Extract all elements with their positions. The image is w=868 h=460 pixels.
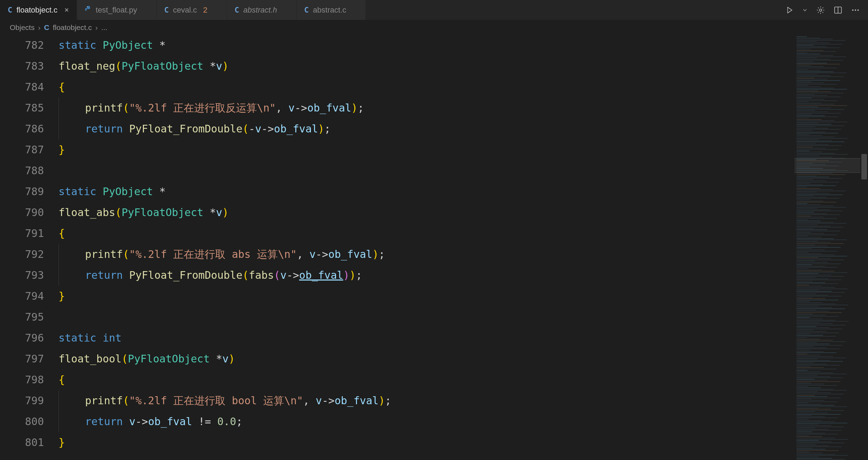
vertical-scrollbar[interactable] [860, 35, 868, 460]
line-number: 793 [0, 265, 44, 286]
line-number: 789 [0, 181, 44, 202]
code-line[interactable] [59, 307, 794, 328]
code-line[interactable]: printf("%.2lf 正在进行取反运算\n", v->ob_fval); [59, 98, 794, 118]
code-line[interactable]: static PyObject * [59, 181, 794, 202]
tab-label: abstract.c [313, 6, 346, 15]
svg-point-1 [820, 9, 822, 11]
tab-abstract-h[interactable]: Cabstract.h× [227, 0, 297, 20]
tab-ceval-c[interactable]: Cceval.c2× [157, 0, 227, 20]
settings-gear-icon[interactable] [816, 6, 825, 14]
line-number: 801 [0, 432, 44, 453]
c-file-icon: C [164, 6, 169, 14]
code-line[interactable] [59, 160, 794, 181]
code-line[interactable]: printf("%.2lf 正在进行取 bool 运算\n", v->ob_fv… [59, 390, 794, 411]
line-number: 790 [0, 202, 44, 223]
code-line[interactable]: } [59, 432, 794, 453]
svg-point-4 [852, 9, 854, 11]
c-file-icon: C [304, 6, 309, 14]
line-number: 795 [0, 307, 44, 328]
code-line[interactable]: { [59, 223, 794, 244]
line-number: 782 [0, 35, 44, 56]
python-file-icon [85, 6, 92, 14]
code-line[interactable]: } [59, 139, 794, 160]
tab-bar: Cfloatobject.c×test_float.py×Cceval.c2×C… [0, 0, 777, 20]
tab-label: test_float.py [96, 6, 137, 15]
line-number: 787 [0, 139, 44, 160]
c-file-icon: C [44, 23, 49, 32]
titlebar-actions [777, 0, 868, 20]
line-number: 794 [0, 286, 44, 307]
line-number: 799 [0, 390, 44, 411]
code-line[interactable]: return PyFloat_FromDouble(fabs(v->ob_fva… [59, 265, 794, 286]
code-line[interactable]: float_neg(PyFloatObject *v) [59, 56, 794, 77]
code-line[interactable]: float_abs(PyFloatObject *v) [59, 202, 794, 223]
tab-label: abstract.h [243, 6, 277, 15]
code-line[interactable]: return PyFloat_FromDouble(-v->ob_fval); [59, 118, 794, 139]
line-number: 800 [0, 411, 44, 432]
code-content[interactable]: static PyObject *float_neg(PyFloatObject… [59, 35, 794, 460]
split-editor-icon[interactable] [834, 6, 842, 14]
tab-label: ceval.c [173, 6, 197, 15]
code-line[interactable]: float_bool(PyFloatObject *v) [59, 348, 794, 369]
editor[interactable]: 7827837847857867877887897907917927937947… [0, 35, 868, 460]
minimap-viewport[interactable] [794, 158, 860, 173]
minimap[interactable] [794, 35, 860, 460]
line-number: 792 [0, 244, 44, 265]
titlebar: Cfloatobject.c×test_float.py×Cceval.c2×C… [0, 0, 868, 20]
line-number: 783 [0, 56, 44, 77]
scrollbar-thumb[interactable] [861, 154, 867, 179]
c-file-icon: C [235, 6, 239, 14]
svg-point-0 [87, 7, 87, 7]
line-number: 796 [0, 328, 44, 348]
breadcrumb-symbol[interactable]: ... [101, 23, 107, 32]
close-icon[interactable]: × [64, 6, 69, 15]
tab-abstract-c[interactable]: Cabstract.c× [297, 0, 366, 20]
more-actions-icon[interactable] [851, 6, 860, 14]
tab-floatobject-c[interactable]: Cfloatobject.c× [0, 0, 77, 20]
chevron-right-icon: › [38, 23, 40, 32]
line-number: 797 [0, 348, 44, 369]
line-number: 791 [0, 223, 44, 244]
breadcrumb[interactable]: Objects › C floatobject.c › ... [0, 20, 868, 35]
breadcrumb-folder[interactable]: Objects [10, 23, 35, 32]
line-number: 788 [0, 160, 44, 181]
code-line[interactable]: printf("%.2lf 正在进行取 abs 运算\n", v->ob_fva… [59, 244, 794, 265]
tab-label: floatobject.c [16, 6, 57, 15]
tab-dirty-badge: 2 [203, 6, 207, 15]
breadcrumb-file[interactable]: floatobject.c [53, 23, 92, 32]
code-line[interactable]: return v->ob_fval != 0.0; [59, 411, 794, 432]
code-line[interactable]: static PyObject * [59, 35, 794, 56]
line-number-gutter: 7827837847857867877887897907917927937947… [0, 35, 59, 460]
code-line[interactable]: { [59, 77, 794, 98]
c-file-icon: C [8, 6, 12, 14]
code-line[interactable]: } [59, 286, 794, 307]
chevron-right-icon: › [95, 23, 98, 32]
line-number: 784 [0, 77, 44, 98]
svg-point-5 [855, 9, 856, 11]
run-dropdown-icon[interactable] [802, 8, 807, 13]
run-button[interactable] [786, 6, 793, 14]
tab-test_float-py[interactable]: test_float.py× [77, 0, 157, 20]
svg-point-6 [858, 9, 859, 11]
line-number: 798 [0, 369, 44, 390]
line-number: 785 [0, 98, 44, 118]
code-line[interactable]: static int [59, 328, 794, 348]
line-number: 786 [0, 118, 44, 139]
code-line[interactable]: { [59, 369, 794, 390]
